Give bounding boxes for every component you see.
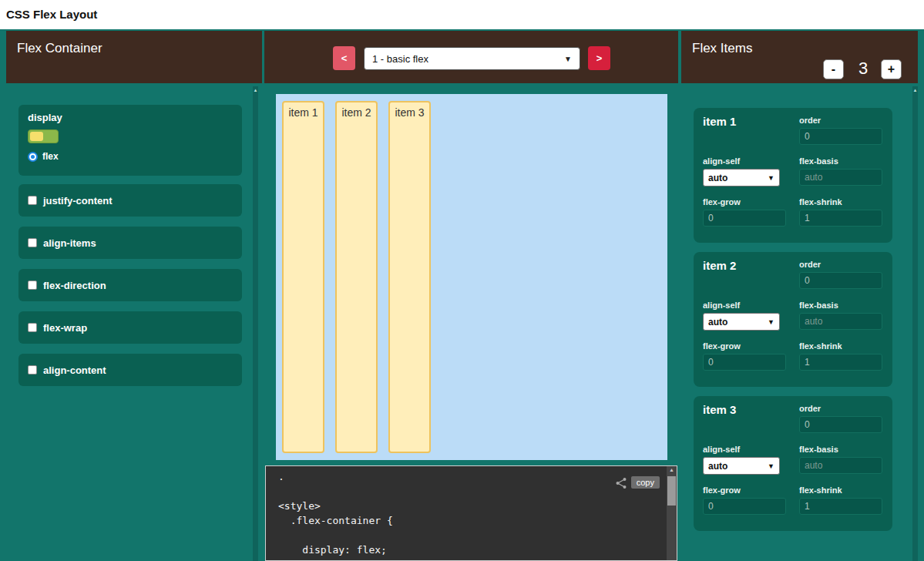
flex-basis-input[interactable] [799, 313, 882, 330]
preview-item: item 1 [282, 101, 324, 453]
align-items-checkbox[interactable] [28, 238, 37, 247]
item-name: item 2 [703, 259, 736, 272]
preview-item: item 2 [335, 101, 378, 453]
flex-basis-field: flex-basis [799, 445, 885, 474]
toggle-knob-icon [30, 132, 43, 141]
chevron-down-icon: ▼ [768, 318, 774, 326]
item-2-card: item 2 order align-self auto ▼ flex-basi… [694, 252, 892, 387]
flex-shrink-field: flex-shrink [799, 197, 885, 227]
example-nav-header: < 1 - basic flex ▼ > [264, 31, 678, 83]
order-label: order [799, 116, 885, 125]
chevron-down-icon: ▼ [564, 55, 572, 63]
align-self-field: align-self auto ▼ [703, 301, 789, 331]
option-label: flex-wrap [43, 322, 87, 334]
prev-example-button[interactable]: < [333, 46, 355, 70]
item-1-card: item 1 order align-self auto ▼ flex-basi… [694, 108, 892, 243]
align-content-checkbox[interactable] [28, 365, 37, 375]
order-field: order [799, 260, 885, 289]
preview-item: item 3 [388, 101, 431, 453]
chevron-down-icon: ▼ [768, 174, 774, 182]
scroll-up-icon[interactable]: ▲ [667, 467, 677, 472]
flex-shrink-label: flex-shrink [799, 485, 885, 495]
code-panel: . <style> .flex-container { display: fle… [265, 465, 677, 561]
flex-basis-label: flex-basis [799, 445, 885, 454]
copy-button[interactable]: copy [631, 476, 660, 489]
display-flex-radio-row: flex [28, 151, 59, 162]
example-select[interactable]: 1 - basic flex ▼ [364, 47, 580, 70]
option-flex-wrap: flex-wrap [18, 311, 242, 344]
code-scrollbar-thumb[interactable] [667, 476, 676, 506]
flex-grow-field: flex-grow [703, 197, 789, 227]
align-self-select[interactable]: auto ▼ [703, 457, 780, 475]
align-self-label: align-self [703, 301, 789, 310]
align-self-label: align-self [703, 156, 789, 166]
flex-grow-label: flex-grow [703, 341, 789, 351]
page-title: CSS Flex Layout [6, 8, 97, 21]
right-panel-scrollbar[interactable]: ▲ [912, 86, 918, 561]
flex-shrink-input[interactable] [799, 210, 882, 227]
flex-grow-field: flex-grow [703, 341, 789, 371]
item-name: item 1 [703, 115, 736, 128]
code-scrollbar[interactable]: ▲ [667, 466, 677, 560]
display-toggle[interactable] [28, 129, 59, 143]
option-label: align-items [43, 237, 96, 249]
flex-shrink-input[interactable] [799, 354, 882, 371]
flex-basis-label: flex-basis [799, 156, 885, 166]
app-root: CSS Flex Layout Flex Container display f… [0, 0, 924, 561]
option-label: align-content [43, 364, 106, 376]
flex-shrink-input[interactable] [799, 498, 882, 515]
flex-preview-container: item 1 item 2 item 3 [276, 94, 667, 460]
align-self-field: align-self auto ▼ [703, 156, 789, 186]
flex-shrink-label: flex-shrink [799, 197, 885, 207]
order-input[interactable] [799, 272, 882, 289]
align-self-select[interactable]: auto ▼ [703, 313, 780, 331]
flex-basis-input[interactable] [799, 169, 882, 186]
flex-grow-input[interactable] [703, 210, 786, 227]
flex-basis-input[interactable] [799, 457, 882, 474]
option-label: justify-content [43, 195, 113, 207]
flex-shrink-field: flex-shrink [799, 341, 885, 371]
order-label: order [799, 260, 885, 269]
share-icon[interactable] [615, 477, 627, 489]
flex-radio-label: flex [42, 151, 59, 162]
chevron-down-icon: ▼ [768, 462, 774, 470]
radio-dot-icon [31, 155, 35, 159]
order-input[interactable] [799, 416, 882, 433]
example-select-value: 1 - basic flex [372, 53, 428, 65]
scroll-up-icon[interactable]: ▲ [912, 88, 918, 92]
option-justify-content: justify-content [18, 184, 242, 217]
flex-basis-field: flex-basis [799, 301, 885, 330]
item-3-card: item 3 order align-self auto ▼ flex-basi… [694, 396, 892, 531]
remove-item-button[interactable]: - [823, 59, 844, 79]
align-self-label: align-self [703, 445, 789, 454]
flex-grow-label: flex-grow [703, 197, 789, 207]
justify-content-checkbox[interactable] [28, 196, 37, 205]
flex-basis-label: flex-basis [799, 301, 885, 310]
page-header: CSS Flex Layout [0, 0, 924, 29]
align-self-value: auto [708, 461, 727, 472]
flex-radio[interactable] [28, 152, 38, 162]
flex-shrink-label: flex-shrink [799, 341, 885, 351]
order-input[interactable] [799, 128, 882, 145]
scroll-up-icon[interactable]: ▲ [253, 88, 258, 92]
flex-items-title: Flex Items [692, 41, 752, 56]
flex-wrap-checkbox[interactable] [28, 323, 37, 332]
flex-grow-label: flex-grow [703, 485, 789, 495]
flex-shrink-field: flex-shrink [799, 485, 885, 515]
flex-grow-input[interactable] [703, 498, 786, 515]
left-panel-scrollbar[interactable]: ▲ [253, 86, 258, 561]
flex-grow-input[interactable] [703, 354, 786, 371]
add-item-button[interactable]: + [881, 59, 902, 79]
order-label: order [799, 404, 885, 413]
next-example-button[interactable]: > [588, 46, 610, 70]
flex-direction-checkbox[interactable] [28, 280, 37, 290]
option-label: flex-direction [43, 280, 106, 291]
order-field: order [799, 404, 885, 433]
align-self-select[interactable]: auto ▼ [703, 169, 780, 186]
flex-container-title: Flex Container [17, 41, 102, 56]
flex-items-header: Flex Items - 3 + [681, 31, 918, 83]
item-name: item 3 [703, 403, 736, 416]
code-content: . <style> .flex-container { display: fle… [278, 469, 393, 557]
item-count: 3 [849, 59, 877, 79]
option-flex-direction: flex-direction [18, 269, 242, 301]
